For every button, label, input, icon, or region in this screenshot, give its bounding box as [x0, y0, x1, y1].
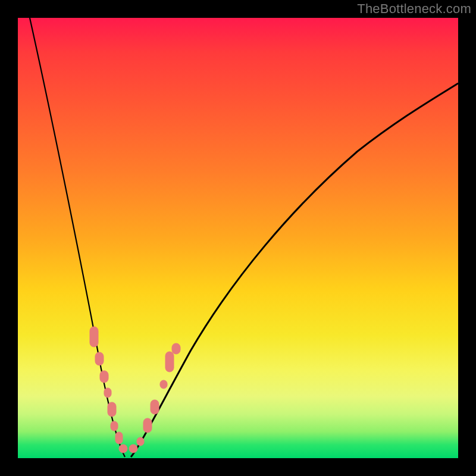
bottleneck-marker — [172, 343, 180, 354]
bottleneck-marker — [90, 327, 98, 347]
bottleneck-marker — [95, 352, 104, 365]
bottleneck-marker — [160, 380, 167, 389]
bottleneck-marker — [108, 402, 116, 416]
bottleneck-marker — [104, 388, 111, 397]
marker-group — [90, 327, 180, 453]
curve-right — [131, 83, 458, 457]
bottleneck-marker — [111, 421, 118, 431]
bottleneck-marker — [119, 444, 127, 453]
bottleneck-marker — [115, 432, 123, 444]
plot-area — [18, 18, 458, 458]
bottleneck-marker — [151, 400, 159, 414]
bottleneck-marker — [137, 437, 144, 446]
bottleneck-marker — [100, 371, 108, 383]
bottleneck-marker — [129, 444, 137, 453]
curve-left — [30, 18, 125, 457]
bottleneck-marker — [165, 352, 174, 372]
bottleneck-marker — [143, 418, 152, 433]
watermark-text: TheBottleneck.com — [357, 1, 471, 17]
chart-frame: TheBottleneck.com — [0, 0, 476, 476]
curve-layer — [18, 18, 458, 458]
